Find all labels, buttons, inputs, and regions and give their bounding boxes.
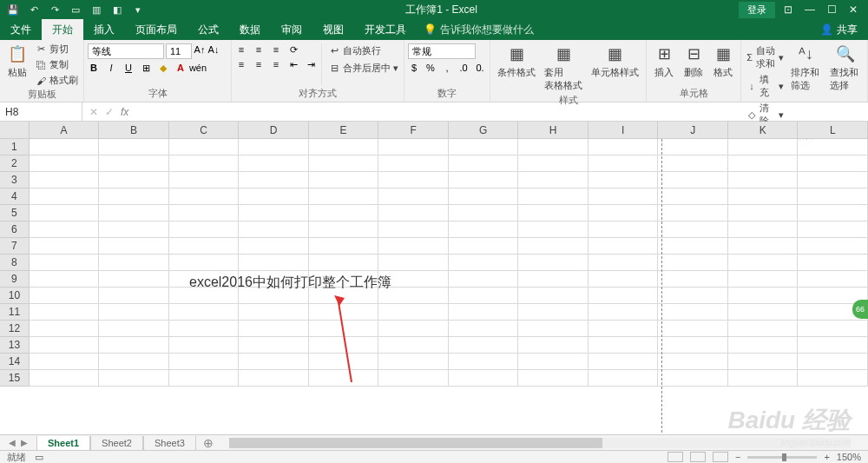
row-header[interactable]: 3	[0, 172, 30, 189]
cell[interactable]	[99, 189, 169, 205]
cell[interactable]	[378, 321, 449, 337]
cell[interactable]	[99, 205, 169, 222]
cell[interactable]	[658, 238, 728, 255]
cell[interactable]	[449, 370, 519, 387]
zoom-level[interactable]: 150%	[837, 452, 861, 462]
cell[interactable]	[798, 370, 868, 387]
cell[interactable]	[589, 337, 659, 354]
cell[interactable]	[589, 139, 659, 155]
cell[interactable]	[309, 271, 379, 288]
pagelayout-view-icon[interactable]	[690, 452, 706, 462]
cell[interactable]	[518, 205, 589, 222]
indent-inc-icon[interactable]: ⇥	[305, 58, 317, 70]
cell[interactable]	[99, 337, 169, 354]
cell[interactable]	[449, 222, 519, 238]
qat-dropdown-icon[interactable]: ▾	[132, 3, 144, 16]
sheet-nav-next-icon[interactable]: ▶	[21, 438, 28, 447]
cell[interactable]	[378, 205, 449, 222]
row-header[interactable]: 11	[0, 304, 30, 321]
cell[interactable]	[658, 189, 728, 205]
cell[interactable]	[309, 205, 379, 222]
macro-record-icon[interactable]: ▭	[35, 452, 43, 463]
cell[interactable]	[309, 139, 379, 155]
share-button[interactable]: 👤 共享	[810, 19, 868, 40]
cell[interactable]	[378, 139, 449, 155]
undo-icon[interactable]: ↶	[28, 3, 40, 16]
cell[interactable]	[798, 337, 868, 354]
tab-insert[interactable]: 插入	[83, 19, 125, 40]
cell[interactable]	[99, 139, 169, 155]
align-bottom-icon[interactable]: ≡	[270, 43, 282, 56]
maximize-icon[interactable]: ☐	[827, 3, 837, 16]
align-middle-icon[interactable]: ≡	[253, 43, 265, 56]
cell[interactable]	[309, 222, 379, 238]
cell[interactable]	[589, 288, 659, 304]
cell[interactable]	[658, 271, 728, 288]
cell[interactable]	[658, 321, 728, 337]
row-header[interactable]: 10	[0, 288, 30, 304]
align-center-icon[interactable]: ≡	[253, 58, 265, 70]
zoom-slider[interactable]	[747, 456, 817, 459]
currency-icon[interactable]: $	[408, 62, 420, 74]
cell[interactable]	[518, 172, 589, 189]
cell[interactable]	[728, 238, 799, 255]
row-header[interactable]: 1	[0, 139, 30, 155]
row-header[interactable]: 9	[0, 271, 30, 288]
cell[interactable]	[589, 222, 659, 238]
cell[interactable]	[518, 189, 589, 205]
cell[interactable]	[378, 337, 449, 354]
cell[interactable]	[449, 155, 519, 172]
save-icon[interactable]: 💾	[7, 3, 19, 16]
cell[interactable]	[169, 271, 240, 288]
cell[interactable]	[449, 205, 519, 222]
underline-icon[interactable]: U	[122, 62, 135, 74]
cell[interactable]	[169, 370, 240, 387]
cell[interactable]	[728, 271, 799, 288]
column-header[interactable]: G	[449, 122, 519, 139]
row-header[interactable]: 15	[0, 370, 30, 387]
minimize-icon[interactable]: —	[805, 3, 815, 16]
percent-icon[interactable]: %	[424, 62, 437, 74]
cell[interactable]	[798, 172, 868, 189]
cell[interactable]	[589, 205, 659, 222]
cell[interactable]	[728, 139, 799, 155]
cell[interactable]	[309, 321, 379, 337]
font-name-combo[interactable]: 等线	[88, 43, 164, 59]
cell[interactable]	[728, 255, 799, 271]
dec-decimal-icon[interactable]: 0.	[474, 62, 486, 74]
cell[interactable]	[658, 205, 728, 222]
cell[interactable]	[239, 354, 309, 370]
cell[interactable]	[728, 370, 799, 387]
cell[interactable]	[169, 238, 240, 255]
cell[interactable]	[30, 222, 100, 238]
cell[interactable]	[309, 354, 379, 370]
cond-format-button[interactable]: ▦条件格式	[494, 42, 539, 81]
qat-icon[interactable]: ◧	[111, 3, 123, 16]
cell[interactable]	[309, 304, 379, 321]
cell[interactable]	[518, 321, 589, 337]
cell[interactable]	[239, 271, 309, 288]
tab-home[interactable]: 开始	[42, 19, 83, 40]
cell[interactable]	[239, 288, 309, 304]
number-format-combo[interactable]: 常规	[408, 43, 476, 59]
column-header[interactable]: C	[169, 122, 240, 139]
row-header[interactable]: 8	[0, 255, 30, 271]
fill-color-icon[interactable]: ◆	[157, 62, 169, 74]
cell[interactable]	[239, 255, 309, 271]
find-select-button[interactable]: 🔍查找和选择	[826, 42, 864, 94]
cell[interactable]	[239, 205, 309, 222]
cell[interactable]	[798, 271, 868, 288]
column-header[interactable]: B	[99, 122, 169, 139]
enter-icon[interactable]: ✓	[105, 106, 114, 118]
login-button[interactable]: 登录	[739, 2, 775, 18]
cut-button[interactable]: ✂剪切	[33, 42, 80, 56]
cell[interactable]	[589, 370, 659, 387]
cell[interactable]	[309, 172, 379, 189]
cell[interactable]	[169, 172, 240, 189]
cell[interactable]	[589, 255, 659, 271]
cell[interactable]	[378, 354, 449, 370]
paste-button[interactable]: 📋 粘贴	[3, 42, 31, 81]
cell[interactable]	[658, 337, 728, 354]
painter-button[interactable]: 🖌格式刷	[33, 73, 80, 88]
select-all-corner[interactable]	[0, 122, 30, 139]
